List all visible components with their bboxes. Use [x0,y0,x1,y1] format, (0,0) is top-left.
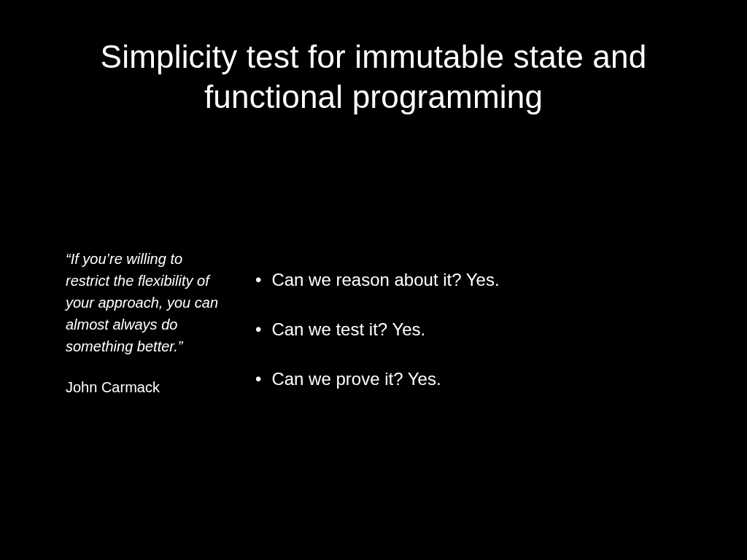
quote-attribution: John Carmack [66,379,219,396]
bullet-text: Can we prove it? Yes. [271,369,441,389]
slide-content: “If you’re willing to restrict the flexi… [66,248,681,419]
bullet-icon: • [255,319,261,340]
quote-text: “If you’re willing to restrict the flexi… [66,248,219,357]
quote-block: “If you’re willing to restrict the flexi… [66,248,219,396]
bullet-text: Can we reason about it? Yes. [271,270,499,290]
list-item: • Can we reason about it? Yes. [255,270,500,290]
bullet-list: • Can we reason about it? Yes. • Can we … [255,248,500,419]
slide: Simplicity test for immutable state and … [0,0,747,560]
list-item: • Can we prove it? Yes. [255,369,500,389]
bullet-text: Can we test it? Yes. [271,319,425,340]
bullet-icon: • [255,369,261,389]
bullet-icon: • [255,270,261,290]
list-item: • Can we test it? Yes. [255,319,500,340]
slide-title: Simplicity test for immutable state and … [66,36,681,117]
